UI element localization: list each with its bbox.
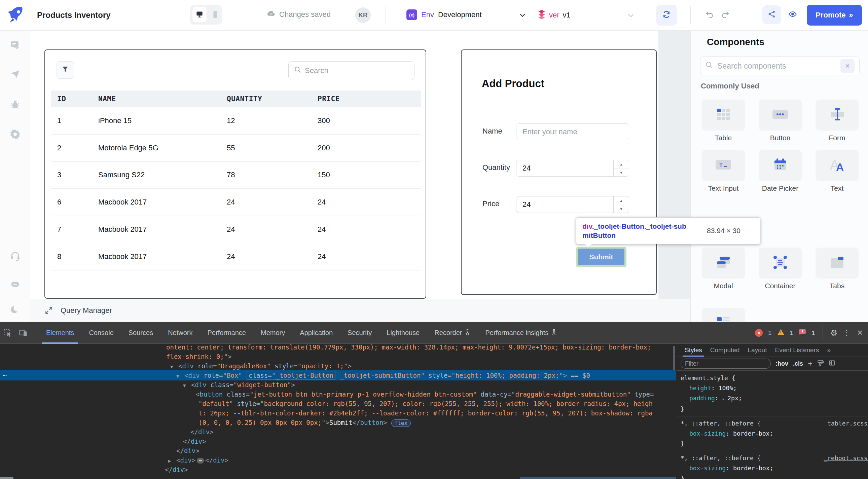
price-field-input[interactable]: 24 ▲▼ — [516, 196, 629, 213]
table-column-header[interactable]: ID — [57, 91, 66, 107]
devtools-tab-performance-insights[interactable]: Performance insights — [478, 322, 564, 344]
devtools-tab-security[interactable]: Security — [340, 322, 379, 344]
devtools-menu-kebab-icon[interactable]: ⋮ — [843, 328, 850, 338]
table-row[interactable]: 1iPhone 1512300 — [51, 107, 421, 134]
table-filter-button[interactable] — [57, 61, 74, 79]
share-button[interactable] — [762, 5, 781, 24]
rule-property[interactable]: padding: ▸ 2px; — [681, 393, 865, 404]
support-headset-icon[interactable] — [9, 250, 21, 262]
component-tile-container[interactable] — [759, 248, 802, 279]
table-search-input[interactable]: Search — [288, 61, 414, 80]
code-line[interactable]: flex-shrink: 0;"> — [166, 352, 231, 361]
rule-source-link[interactable]: tabler.scss:16 — [827, 418, 868, 428]
query-manager-bar[interactable]: Query Manager — [30, 299, 690, 322]
devtools-close-icon[interactable]: × — [857, 328, 863, 338]
expand-arrow-icon[interactable]: ▼ — [183, 381, 191, 390]
style-rule[interactable]: element.style {height: 100%;padding: ▸ 2… — [677, 371, 868, 416]
rule-property[interactable]: box-sizing: border-box; — [681, 428, 865, 439]
devtools-tab-application[interactable]: Application — [292, 322, 340, 344]
styles-filter-input[interactable]: Filter — [681, 359, 771, 369]
expand-arrow-icon[interactable]: ▼ — [170, 362, 178, 371]
refresh-button[interactable] — [656, 5, 677, 26]
rule-property[interactable]: box-sizing: border-box; — [681, 463, 865, 473]
expand-property-icon[interactable]: ▸ — [722, 396, 728, 401]
pages-icon[interactable] — [9, 39, 21, 51]
clear-search-button[interactable]: × — [840, 59, 855, 73]
version-selector[interactable]: ver v1 — [538, 9, 634, 21]
component-tile-date-picker[interactable] — [759, 150, 802, 181]
stepper-up-icon[interactable]: ▲ — [614, 160, 629, 169]
table-row[interactable]: 6Macbook 20172424 — [51, 189, 421, 216]
submit-button[interactable]: Submit — [578, 249, 624, 265]
devtools-tab-lighthouse[interactable]: Lighthouse — [379, 322, 427, 344]
table-row[interactable]: 7Macbook 20172424 — [51, 216, 421, 243]
style-rule[interactable]: _reboot.scss:19*, ::after, ::before {box… — [677, 451, 868, 479]
stepper-down-icon[interactable]: ▼ — [614, 169, 629, 177]
table-column-header[interactable]: QUANTITY — [227, 91, 262, 107]
expand-arrow-icon[interactable]: ▶ — [168, 456, 176, 466]
component-tile-tabs[interactable] — [815, 248, 859, 279]
code-line[interactable]: ▼<div class="widget-button"> — [183, 380, 295, 389]
device-toolbar-icon[interactable] — [16, 326, 31, 341]
class-toggle[interactable]: .cls — [793, 360, 803, 367]
new-style-rule-icon[interactable]: + — [808, 359, 812, 368]
user-avatar[interactable]: KR — [355, 7, 371, 23]
code-line[interactable]: <button class="jet-button btn btn-primar… — [196, 389, 654, 399]
styles-tab-layout[interactable]: Layout — [744, 344, 770, 357]
stepper-down-icon[interactable]: ▼ — [614, 205, 629, 214]
component-tile-modal[interactable] — [702, 248, 745, 279]
dark-mode-moon-icon[interactable] — [9, 304, 21, 316]
devtools-tab-performance[interactable]: Performance — [200, 322, 254, 344]
styles-tab-event-listeners[interactable]: Event Listeners — [771, 344, 822, 357]
component-tile-button[interactable] — [759, 100, 802, 130]
price-stepper[interactable]: ▲▼ — [613, 196, 629, 213]
code-line[interactable]: </div> — [176, 446, 199, 455]
devtools-tab-sources[interactable]: Sources — [121, 322, 160, 344]
app-canvas[interactable]: Search IDNAMEQUANTITYPRICE 1iPhone 15123… — [30, 31, 690, 322]
component-tile-form[interactable] — [815, 100, 859, 130]
debugger-bug-icon[interactable] — [9, 99, 21, 111]
code-line[interactable]: </div> — [165, 465, 188, 474]
devtools-tab-elements[interactable]: Elements — [39, 322, 82, 344]
code-line[interactable]: </div> — [190, 427, 214, 437]
redo-button[interactable] — [721, 10, 730, 20]
code-line[interactable]: ▼<div role="DraggableBox" style="opacity… — [170, 361, 351, 371]
form-widget[interactable]: Add Product Name Enter your name Quantit… — [461, 50, 657, 295]
desktop-toggle-button[interactable] — [192, 7, 207, 23]
code-line[interactable]: ▶<div>⋯</div> — [168, 455, 228, 465]
dock-panel-icon[interactable] — [829, 359, 835, 368]
name-field-input[interactable]: Enter your name — [516, 123, 629, 140]
issues-icon[interactable] — [799, 328, 806, 338]
quantity-field-input[interactable]: 24 ▲▼ — [516, 160, 629, 177]
stepper-up-icon[interactable]: ▲ — [614, 196, 629, 205]
quantity-stepper[interactable]: ▲▼ — [613, 160, 629, 177]
rule-property[interactable]: height: 100%; — [681, 383, 865, 393]
preview-button[interactable] — [783, 5, 802, 24]
components-search-input[interactable]: Search components × — [700, 57, 860, 75]
devtools-tab-recorder[interactable]: Recorder — [427, 322, 478, 344]
styles-tab-computed[interactable]: Computed — [707, 344, 743, 357]
chat-icon[interactable] — [9, 279, 21, 291]
send-icon[interactable] — [9, 68, 21, 81]
elements-tree[interactable]: auto; width: 657.942px; height: auto; di… — [0, 344, 676, 479]
table-row[interactable]: 2Motorola Edge 5G55200 — [51, 134, 421, 162]
horizontal-scrollbar-thumb[interactable] — [520, 477, 676, 479]
component-tile-text[interactable]: AA — [815, 150, 859, 181]
table-column-header[interactable]: NAME — [98, 91, 116, 107]
devtools-tab-console[interactable]: Console — [82, 322, 121, 344]
error-badge-icon[interactable]: × — [755, 329, 763, 337]
component-tile-text-input[interactable]: T — [702, 150, 745, 181]
code-line[interactable]: "default" style="background-color: rgb(5… — [198, 399, 653, 408]
code-line[interactable]: ontent: center; transform: translate(190… — [166, 344, 651, 352]
code-line[interactable]: ▼<div role="Box" class="_tooljet-Button … — [176, 371, 590, 380]
code-line[interactable]: t: 26px; --tblr-btn-color-darker: #2b4eb… — [198, 408, 653, 418]
rule-source-link[interactable]: _reboot.scss:19 — [824, 453, 868, 463]
devtools-tab-network[interactable]: Network — [160, 322, 200, 344]
tooljet-logo-icon[interactable] — [7, 5, 26, 26]
code-line[interactable]: (0, 0, 0, 0.25) 0px 0px 0px 0px;">Submit… — [198, 418, 411, 427]
table-widget[interactable]: Search IDNAMEQUANTITYPRICE 1iPhone 15123… — [44, 50, 426, 299]
undo-button[interactable] — [705, 10, 714, 20]
component-tile-table[interactable] — [702, 100, 745, 130]
styles-tab-styles[interactable]: Styles — [681, 344, 706, 357]
promote-button[interactable]: Promote » — [807, 5, 862, 26]
